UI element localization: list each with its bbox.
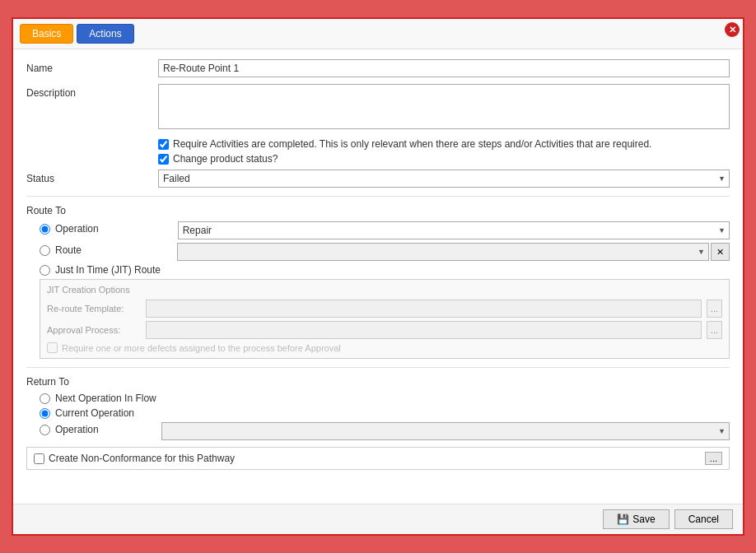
require-defects-row: Require one or more defects assigned to … [47,342,722,353]
route-to-section: Route To Operation Repair Rework [26,205,730,359]
route-select[interactable] [177,243,709,261]
name-label: Name [26,59,158,74]
operation-select[interactable]: Repair Rework [178,221,730,239]
status-select-wrapper: Failed Passed In Progress [158,170,730,188]
approval-process-row: Approval Process: ... [47,321,722,339]
jit-title: JIT Creation Options [47,285,722,295]
return-current-op-row: Current Operation [40,407,730,419]
save-button[interactable]: 💾 Save [603,509,669,529]
jit-route-row: Just In Time (JIT) Route [26,264,730,276]
reroute-template-wrapper: ... [146,300,722,318]
tab-bar: Basics Actions [13,19,743,49]
route-to-label: Route To [26,205,730,216]
name-field-wrapper [158,59,730,77]
jit-route-radio-label: Just In Time (JIT) Route [55,264,161,276]
description-field-wrapper [158,84,730,132]
description-input[interactable] [158,84,730,129]
cancel-label: Cancel [688,514,719,525]
save-label: Save [632,514,655,525]
change-product-status-checkbox[interactable] [158,154,169,165]
return-operation-row: Operation [26,422,730,440]
jit-route-radio[interactable] [40,265,50,276]
return-op-label: Operation [55,424,99,435]
dialog-footer: 💾 Save Cancel [13,504,743,534]
return-op-radio-wrapper: Operation [40,424,155,435]
return-op-radio[interactable] [40,425,50,435]
reroute-template-label: Re-route Template: [47,304,146,314]
description-label: Description [26,84,158,99]
approval-process-control: ... [146,321,722,339]
jit-box: JIT Creation Options Re-route Template: … [40,279,730,359]
return-next-op-radio[interactable] [40,393,50,404]
return-next-op-label: Next Operation In Flow [55,393,156,404]
change-product-status-label: Change product status? [173,153,278,165]
reroute-template-row: Re-route Template: ... [47,300,722,318]
route-route-radio-wrapper: Route [40,244,82,256]
route-route-row: Route ✕ [26,243,730,261]
approval-process-label: Approval Process: [47,325,146,335]
require-defects-label: Require one or more defects assigned to … [62,343,341,353]
status-select[interactable]: Failed Passed In Progress [158,170,730,188]
form-content: Name Description Require Activities are … [13,49,743,504]
return-to-section: Return To Next Operation In Flow Current… [26,376,730,440]
approval-process-input[interactable] [146,321,702,339]
create-nonconformance-checkbox[interactable] [34,453,44,464]
route-operation-radio[interactable] [40,224,50,235]
jit-route-radio-wrapper: Just In Time (JIT) Route [40,264,730,276]
approval-process-btn[interactable]: ... [707,321,722,339]
save-icon: 💾 [617,514,629,525]
dialog: ✕ Basics Actions Name Description Requir… [12,17,744,536]
name-input[interactable] [158,59,730,77]
change-product-status-row: Change product status? [158,153,730,165]
create-nonconformance-label: Create Non-Conformance for this Pathway [49,453,235,464]
cancel-button[interactable]: Cancel [674,509,733,529]
name-row: Name [26,59,730,77]
return-current-op-radio[interactable] [40,408,50,419]
reroute-template-btn[interactable]: ... [707,300,722,318]
reroute-template-control: ... [146,300,722,318]
divider-2 [26,367,730,368]
create-nonconformance-row: Create Non-Conformance for this Pathway … [26,447,730,470]
route-operation-row: Operation Repair Rework [26,221,730,239]
return-next-op-row: Next Operation In Flow [40,393,730,404]
operation-select-wrapper: Repair Rework [178,221,730,239]
require-defects-checkbox[interactable] [47,342,58,353]
require-activities-checkbox[interactable] [158,139,169,150]
return-op-select-wrapper [161,422,730,440]
tab-basics[interactable]: Basics [20,24,73,44]
nonconformance-extra-btn[interactable]: ... [705,452,722,465]
route-operation-radio-label: Operation [55,223,99,235]
route-operation-radio-wrapper: Operation [40,223,99,235]
return-to-label: Return To [26,376,730,388]
return-op-select[interactable] [161,422,730,440]
require-activities-label: Require Activities are completed. This i… [173,138,651,150]
approval-process-wrapper: ... [146,321,722,339]
tab-actions[interactable]: Actions [77,24,133,44]
require-activities-row: Require Activities are completed. This i… [158,138,730,150]
status-label: Status [26,170,158,184]
divider-1 [26,196,730,197]
description-row: Description [26,84,730,132]
route-route-radio-label: Route [55,244,82,256]
route-select-wrapper [177,243,709,261]
reroute-template-input[interactable] [146,300,702,318]
route-clear-button[interactable]: ✕ [711,243,730,261]
status-row: Status Failed Passed In Progress [26,170,730,188]
route-route-radio[interactable] [40,245,50,256]
close-button[interactable]: ✕ [725,22,740,37]
route-select-area: ✕ [177,243,730,261]
return-current-op-label: Current Operation [55,407,134,419]
